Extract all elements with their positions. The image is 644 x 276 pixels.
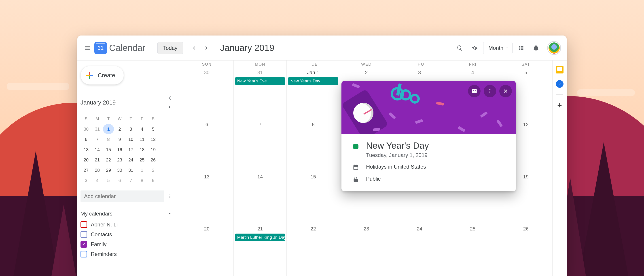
calendar-list-item[interactable]: Abner N. Li [80,221,174,228]
event-chip[interactable]: New Year's Day [288,77,338,85]
view-select[interactable]: Month [483,42,512,54]
prev-period-button[interactable] [188,42,200,54]
mini-day-cell[interactable]: 27 [80,165,92,175]
mini-day-cell[interactable]: 19 [148,144,159,155]
day-cell[interactable]: 23 [340,224,393,276]
mini-prev-button[interactable] [165,94,174,103]
mini-day-cell[interactable]: 17 [125,144,136,155]
mini-day-cell[interactable]: 22 [103,155,114,165]
mini-day-cell[interactable]: 2 [114,124,125,134]
calendar-checkbox[interactable] [80,221,87,228]
mini-day-cell[interactable]: 31 [125,165,136,175]
mini-day-cell[interactable]: 10 [125,134,136,144]
mini-day-cell[interactable]: 11 [136,134,148,144]
notifications-button[interactable] [530,42,542,54]
lock-icon [352,175,359,182]
mini-day-cell[interactable]: 13 [80,144,92,155]
day-cell[interactable]: 14 [234,172,287,224]
mini-day-cell[interactable]: 26 [148,155,159,165]
day-cell[interactable]: 25 [446,224,499,276]
day-cell[interactable]: 7 [234,120,287,172]
search-button[interactable] [454,42,466,54]
mini-day-cell[interactable]: 1 [136,165,148,175]
day-cell[interactable]: 13 [180,172,234,224]
mini-day-cell[interactable]: 24 [125,155,136,165]
mini-day-cell[interactable]: 30 [80,124,92,134]
settings-button[interactable] [468,42,480,54]
mini-day-cell[interactable]: 30 [114,165,125,175]
calendar-list-item[interactable]: Reminders [80,251,174,258]
mini-day-cell[interactable]: 12 [148,134,159,144]
mini-day-cell[interactable]: 7 [125,175,136,186]
day-cell[interactable]: 20 [180,224,234,276]
calendar-list-item[interactable]: Family [80,241,174,248]
mini-day-cell[interactable]: 3 [125,124,136,134]
svg-point-7 [490,89,490,90]
calendar-app-window: 31 Calendar Today January 2019 Month [77,35,567,276]
calendar-label: Reminders [91,251,117,257]
day-cell[interactable]: 6 [180,120,234,172]
today-button[interactable]: Today [158,42,183,54]
mini-day-cell[interactable]: 28 [92,165,103,175]
mini-day-cell[interactable]: 15 [103,144,114,155]
weekday-header: WED [340,60,393,68]
mini-next-button[interactable] [165,103,174,112]
calendar-checkbox[interactable] [80,241,87,248]
mini-day-cell[interactable]: 31 [92,124,103,134]
mini-day-cell[interactable]: 9 [148,175,159,186]
search-icon [456,45,463,51]
mini-day-cell[interactable]: 25 [136,155,148,165]
event-options-button[interactable] [484,85,496,97]
mini-day-cell[interactable]: 7 [92,134,103,144]
day-cell[interactable]: 21Martin Luther King Jr. Day [234,224,287,276]
mini-day-cell[interactable]: 1 [103,124,114,134]
create-event-button[interactable]: Create [80,66,124,85]
my-calendars-header[interactable]: My calendars [80,209,174,218]
account-avatar[interactable] [548,42,560,54]
mini-day-cell[interactable]: 2 [148,165,159,175]
email-guests-button[interactable] [468,85,480,97]
mini-day-cell[interactable]: 6 [114,175,125,186]
event-chip[interactable]: Martin Luther King Jr. Day [235,234,285,241]
day-cell[interactable]: 30 [180,68,234,120]
mini-day-cell[interactable]: 8 [103,134,114,144]
add-calendar-menu-button[interactable] [166,192,174,201]
day-cell[interactable]: 26 [499,224,552,276]
keep-addon-button[interactable] [556,66,564,73]
day-cell[interactable]: 15 [286,172,340,224]
calendar-list-item[interactable]: Contacts [80,231,174,238]
day-cell[interactable]: 8 [286,120,340,172]
mini-day-cell[interactable]: 4 [92,175,103,186]
day-number: 23 [340,226,393,232]
mini-day-cell[interactable]: 29 [103,165,114,175]
day-cell[interactable]: 22 [286,224,340,276]
mini-day-cell[interactable]: 20 [80,155,92,165]
mini-day-cell[interactable]: 5 [103,175,114,186]
mini-day-cell[interactable]: 3 [80,175,92,186]
add-calendar-input[interactable] [80,190,164,202]
mini-day-cell[interactable]: 23 [114,155,125,165]
day-cell[interactable]: 31New Year's Eve [234,68,287,120]
mini-day-cell[interactable]: 16 [114,144,125,155]
mini-day-cell[interactable]: 21 [92,155,103,165]
mini-day-cell[interactable]: 4 [136,124,148,134]
day-cell[interactable]: Jan 1New Year's Day [286,68,340,120]
get-addons-button[interactable]: + [557,101,562,109]
day-cell[interactable]: 24 [393,224,446,276]
mini-day-cell[interactable]: 18 [136,144,148,155]
calendar-checkbox[interactable] [80,231,87,238]
mini-day-cell[interactable]: 9 [114,134,125,144]
close-popover-button[interactable] [499,85,512,97]
mini-day-cell[interactable]: 6 [80,134,92,144]
mini-dow: W [114,114,125,124]
event-chip[interactable]: New Year's Eve [235,77,285,85]
mini-day-cell[interactable]: 5 [148,124,159,134]
apps-button[interactable] [515,42,527,54]
calendar-checkbox[interactable] [80,251,87,258]
next-period-button[interactable] [200,42,212,54]
tasks-addon-button[interactable] [556,80,564,88]
mini-day-cell[interactable]: 8 [136,175,148,186]
event-datetime: Tuesday, January 1, 2019 [366,152,429,158]
mini-day-cell[interactable]: 14 [92,144,103,155]
main-menu-button[interactable] [82,42,94,54]
